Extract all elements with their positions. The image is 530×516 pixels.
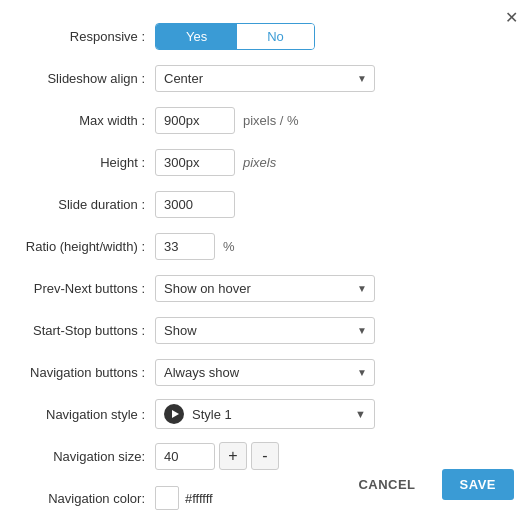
nav-size-plus-button[interactable]: + [219,442,247,470]
max-width-row: Max width : pixels / % [10,104,510,136]
nav-buttons-row: Navigation buttons : Always show Show on… [10,356,510,388]
ratio-label: Ratio (height/width) : [10,239,155,254]
slideshow-align-wrapper: Center Left Right ▼ [155,65,375,92]
slideshow-align-select[interactable]: Center Left Right [155,65,375,92]
slide-duration-input[interactable] [155,191,235,218]
nav-style-selector[interactable]: Style 1 ▼ [155,399,375,429]
start-stop-select[interactable]: Show Hide [155,317,375,344]
ratio-unit: % [223,239,235,254]
start-stop-label: Start-Stop buttons : [10,323,155,338]
height-row: Height : pixels [10,146,510,178]
nav-style-value: Style 1 [192,407,355,422]
slide-duration-row: Slide duration : [10,188,510,220]
cancel-button[interactable]: CANCEL [340,469,433,500]
save-button[interactable]: SAVE [442,469,514,500]
responsive-yes-button[interactable]: Yes [156,24,237,49]
dialog-footer: CANCEL SAVE [340,469,514,500]
nav-size-label: Navigation size: [10,449,155,464]
responsive-row: Responsive : Yes No [10,20,510,52]
responsive-no-button[interactable]: No [237,24,314,49]
nav-buttons-wrapper: Always show Show on hover Hide ▼ [155,359,375,386]
height-input[interactable] [155,149,235,176]
responsive-label: Responsive : [10,29,155,44]
nav-color-swatch[interactable] [155,486,179,510]
slideshow-align-row: Slideshow align : Center Left Right ▼ [10,62,510,94]
slide-duration-label: Slide duration : [10,197,155,212]
height-unit: pixels [243,155,276,170]
nav-color-label: Navigation color: [10,491,155,506]
ratio-input[interactable] [155,233,215,260]
nav-style-label: Navigation style : [10,407,155,422]
start-stop-row: Start-Stop buttons : Show Hide ▼ [10,314,510,346]
prev-next-label: Prev-Next buttons : [10,281,155,296]
max-width-input[interactable] [155,107,235,134]
settings-dialog: ✕ Responsive : Yes No Slideshow align : … [0,0,530,516]
nav-style-row: Navigation style : Style 1 ▼ [10,398,510,430]
nav-buttons-label: Navigation buttons : [10,365,155,380]
max-width-unit: pixels / % [243,113,299,128]
nav-style-play-icon [164,404,184,424]
prev-next-select[interactable]: Show on hover Always show Hide [155,275,375,302]
nav-size-stepper: + - [155,442,279,470]
start-stop-wrapper: Show Hide ▼ [155,317,375,344]
slideshow-align-label: Slideshow align : [10,71,155,86]
responsive-toggle[interactable]: Yes No [155,23,315,50]
prev-next-wrapper: Show on hover Always show Hide ▼ [155,275,375,302]
nav-color-hex: #ffffff [185,491,213,506]
prev-next-row: Prev-Next buttons : Show on hover Always… [10,272,510,304]
close-button[interactable]: ✕ [505,8,518,27]
nav-style-arrow-icon: ▼ [355,408,366,420]
nav-size-input[interactable] [155,443,215,470]
nav-size-minus-button[interactable]: - [251,442,279,470]
nav-size-row: Navigation size: + - [10,440,510,472]
nav-buttons-select[interactable]: Always show Show on hover Hide [155,359,375,386]
height-label: Height : [10,155,155,170]
ratio-row: Ratio (height/width) : % [10,230,510,262]
max-width-label: Max width : [10,113,155,128]
